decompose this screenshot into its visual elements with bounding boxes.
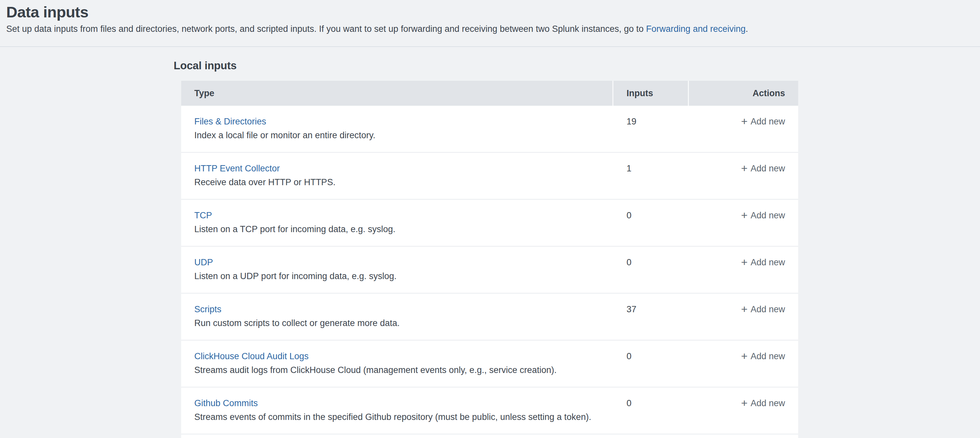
table-row: UDP Listen on a UDP port for incoming da… xyxy=(181,247,798,293)
table-row-partial xyxy=(181,435,798,438)
table-row: Scripts Run custom scripts to collect or… xyxy=(181,293,798,341)
page-subtitle-period: . xyxy=(746,24,748,34)
input-type-description: Streams events of commits in the specifi… xyxy=(194,411,606,424)
add-new-label: Add new xyxy=(751,115,785,128)
forwarding-and-receiving-link[interactable]: Forwarding and receiving xyxy=(646,24,746,34)
type-cell: Files & Directories Index a local file o… xyxy=(181,106,612,152)
input-type-description: Run custom scripts to collect or generat… xyxy=(194,317,606,330)
add-new-link[interactable]: + Add new xyxy=(741,256,785,269)
table-row: Github Commits Streams events of commits… xyxy=(181,387,798,435)
type-cell: TCP Listen on a TCP port for incoming da… xyxy=(181,200,612,246)
inputs-count: 0 xyxy=(613,200,688,246)
plus-icon: + xyxy=(741,349,748,363)
column-header-type: Type xyxy=(181,81,612,106)
type-cell: HTTP Event Collector Receive data over H… xyxy=(181,153,612,199)
type-cell: Github Commits Streams events of commits… xyxy=(181,387,612,434)
actions-cell: + Add new xyxy=(689,247,798,293)
plus-icon: + xyxy=(741,209,748,221)
input-type-description: Listen on a TCP port for incoming data, … xyxy=(194,223,606,236)
actions-cell: + Add new xyxy=(689,153,798,199)
inputs-count: 19 xyxy=(613,106,688,152)
add-new-link[interactable]: + Add new xyxy=(741,209,785,222)
input-type-link[interactable]: Github Commits xyxy=(194,397,258,410)
input-type-link[interactable]: TCP xyxy=(194,209,212,222)
table-row: TCP Listen on a TCP port for incoming da… xyxy=(181,200,798,247)
add-new-link[interactable]: + Add new xyxy=(741,162,785,175)
table-row: Files & Directories Index a local file o… xyxy=(181,106,798,153)
table-row: ClickHouse Cloud Audit Logs Streams audi… xyxy=(181,341,798,387)
page-subtitle-text: Set up data inputs from files and direct… xyxy=(6,24,646,34)
actions-cell: + Add new xyxy=(689,200,798,246)
section-heading-local-inputs: Local inputs xyxy=(173,59,980,72)
inputs-count: 37 xyxy=(613,293,688,340)
table-row: HTTP Event Collector Receive data over H… xyxy=(181,153,798,200)
inputs-count: 0 xyxy=(613,387,688,434)
actions-cell: + Add new xyxy=(689,341,798,387)
table-body: Files & Directories Index a local file o… xyxy=(181,106,798,438)
add-new-link[interactable]: + Add new xyxy=(741,115,785,128)
input-type-description: Listen on a UDP port for incoming data, … xyxy=(194,269,606,283)
input-type-link[interactable]: HTTP Event Collector xyxy=(194,162,280,175)
plus-icon: + xyxy=(741,303,748,315)
add-new-label: Add new xyxy=(751,303,785,316)
page-subtitle: Set up data inputs from files and direct… xyxy=(6,24,980,34)
inputs-count: 0 xyxy=(613,247,688,293)
add-new-label: Add new xyxy=(751,350,785,363)
main-content: Local inputs Type Inputs Actions Files &… xyxy=(0,47,980,438)
add-new-label: Add new xyxy=(751,209,785,222)
add-new-label: Add new xyxy=(751,162,785,175)
add-new-link[interactable]: + Add new xyxy=(741,350,785,363)
type-cell: Scripts Run custom scripts to collect or… xyxy=(181,293,612,340)
actions-cell: + Add new xyxy=(689,293,798,340)
input-type-link[interactable]: UDP xyxy=(194,256,213,269)
table-header-row: Type Inputs Actions xyxy=(181,81,798,106)
plus-icon: + xyxy=(741,115,748,128)
actions-cell: + Add new xyxy=(689,106,798,152)
add-new-label: Add new xyxy=(751,397,785,410)
plus-icon: + xyxy=(741,162,748,175)
inputs-count: 1 xyxy=(613,153,688,199)
inputs-count: 0 xyxy=(613,341,688,387)
input-type-description: Streams audit logs from ClickHouse Cloud… xyxy=(194,363,606,377)
column-header-actions: Actions xyxy=(689,81,798,106)
type-cell: ClickHouse Cloud Audit Logs Streams audi… xyxy=(181,341,612,387)
local-inputs-table: Type Inputs Actions Files & Directories … xyxy=(181,81,798,438)
add-new-link[interactable]: + Add new xyxy=(741,303,785,316)
plus-icon: + xyxy=(741,396,748,409)
actions-cell: + Add new xyxy=(689,387,798,434)
input-type-description: Receive data over HTTP or HTTPS. xyxy=(194,176,606,189)
input-type-link[interactable]: Files & Directories xyxy=(194,115,266,128)
input-type-description: Index a local file or monitor an entire … xyxy=(194,129,606,142)
add-new-label: Add new xyxy=(751,256,785,269)
add-new-link[interactable]: + Add new xyxy=(741,397,785,410)
page-title: Data inputs xyxy=(6,0,980,21)
page-header: Data inputs Set up data inputs from file… xyxy=(0,0,980,47)
input-type-link[interactable]: Scripts xyxy=(194,303,221,316)
input-type-link[interactable]: ClickHouse Cloud Audit Logs xyxy=(194,350,309,363)
column-header-inputs: Inputs xyxy=(613,81,688,106)
type-cell: UDP Listen on a UDP port for incoming da… xyxy=(181,247,612,293)
plus-icon: + xyxy=(741,255,748,269)
